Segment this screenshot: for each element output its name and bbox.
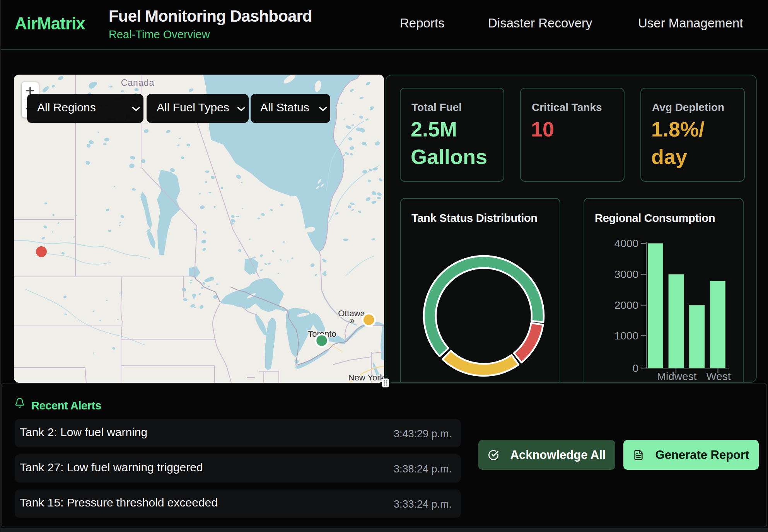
svg-text:West: West xyxy=(706,370,730,382)
svg-text:2000: 2000 xyxy=(614,299,638,311)
svg-text:New York: New York xyxy=(348,373,384,382)
svg-text:Midwest: Midwest xyxy=(657,370,697,382)
svg-text:3000: 3000 xyxy=(614,268,638,280)
svg-text:0: 0 xyxy=(632,362,638,374)
svg-text:Ottawa: Ottawa xyxy=(338,309,365,318)
svg-text:1000: 1000 xyxy=(614,330,638,342)
svg-text:Canada: Canada xyxy=(121,78,155,88)
svg-text:4000: 4000 xyxy=(614,237,638,249)
